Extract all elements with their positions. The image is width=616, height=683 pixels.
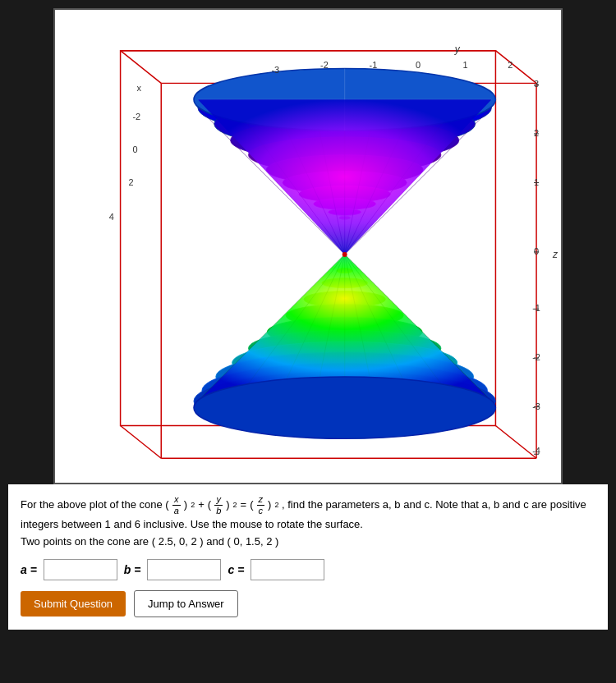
input-b[interactable] bbox=[147, 559, 221, 580]
svg-text:-1: -1 bbox=[370, 61, 378, 71]
svg-text:0: 0 bbox=[534, 246, 539, 256]
label-a: a = bbox=[21, 563, 37, 576]
svg-text:-2: -2 bbox=[320, 61, 329, 71]
page-container: 3 2 1 0 -1 -2 -3 -4 z -3 -2 -1 bbox=[0, 0, 616, 638]
svg-text:2: 2 bbox=[534, 128, 539, 138]
svg-point-55 bbox=[342, 252, 347, 257]
svg-text:-2: -2 bbox=[132, 112, 140, 121]
content-area: For the above plot of the cone ( x a ) 2… bbox=[8, 484, 608, 630]
graph-container: 3 2 1 0 -1 -2 -3 -4 z -3 -2 -1 bbox=[53, 8, 563, 484]
svg-point-54 bbox=[194, 377, 495, 438]
svg-text:z: z bbox=[552, 249, 558, 260]
svg-text:x: x bbox=[136, 83, 141, 93]
svg-text:-1: -1 bbox=[532, 303, 540, 313]
input-c[interactable] bbox=[251, 559, 324, 580]
svg-text:3: 3 bbox=[534, 79, 539, 89]
fraction-z-c: z c bbox=[257, 494, 265, 516]
svg-text:1: 1 bbox=[534, 177, 539, 187]
svg-text:2: 2 bbox=[508, 61, 513, 71]
svg-text:4: 4 bbox=[109, 212, 114, 222]
question-text: For the above plot of the cone ( x a ) 2… bbox=[21, 494, 595, 551]
input-a[interactable] bbox=[44, 559, 117, 580]
svg-text:-3: -3 bbox=[532, 401, 540, 411]
svg-text:-3: -3 bbox=[271, 65, 279, 75]
question-text-part1: For the above plot of the cone bbox=[21, 498, 163, 511]
label-b: b = bbox=[124, 563, 141, 576]
math-formula: ( x a ) 2 + ( y b ) 2 = ( z bbox=[165, 494, 278, 516]
svg-text:-2: -2 bbox=[532, 352, 540, 362]
jump-to-answer-button[interactable]: Jump to Answer bbox=[134, 590, 238, 617]
submit-button[interactable]: Submit Question bbox=[21, 591, 126, 617]
svg-text:y: y bbox=[454, 44, 461, 55]
svg-text:0: 0 bbox=[132, 144, 137, 154]
question-points: Two points on the cone are ( 2.5, 0, 2 )… bbox=[21, 535, 278, 548]
inputs-row: a = b = c = bbox=[21, 559, 595, 580]
svg-text:1: 1 bbox=[463, 61, 468, 71]
fraction-x-a: x a bbox=[172, 494, 181, 516]
svg-text:2: 2 bbox=[129, 177, 134, 187]
svg-text:0: 0 bbox=[416, 61, 421, 71]
buttons-row: Submit Question Jump to Answer bbox=[21, 590, 595, 617]
label-c: c = bbox=[228, 563, 244, 576]
fraction-y-b: y b bbox=[214, 494, 223, 516]
